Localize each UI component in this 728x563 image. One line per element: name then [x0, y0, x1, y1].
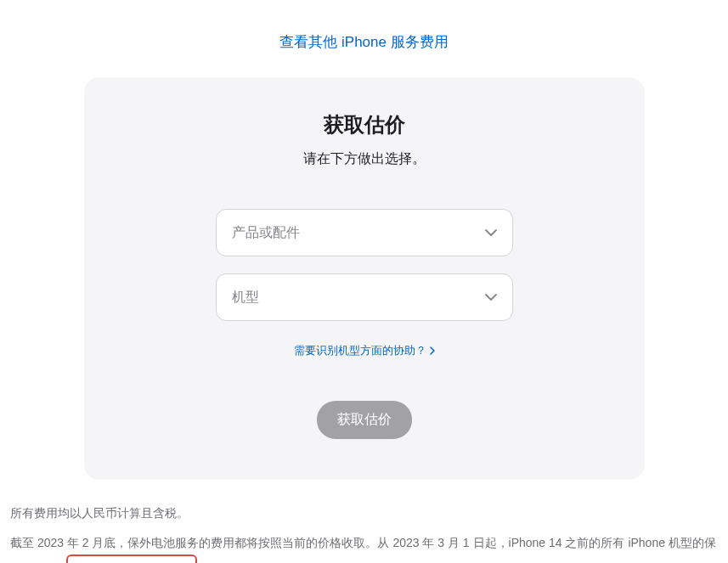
footer-text: 所有费用均以人民币计算且含税。 截至 2023 年 2 月底，保外电池服务的费用…: [0, 480, 728, 563]
model-select[interactable]: 机型: [216, 273, 513, 321]
card-title: 获取估价: [135, 111, 594, 138]
price-increase-highlight: 费用将增加 RMB 169。: [70, 556, 194, 563]
product-select-placeholder: 产品或配件: [232, 224, 300, 242]
model-select-placeholder: 机型: [232, 289, 259, 307]
product-select-wrapper: 产品或配件: [216, 209, 513, 256]
chevron-right-icon: [430, 346, 435, 355]
top-link-container: 查看其他 iPhone 服务费用: [0, 0, 728, 77]
estimate-card: 获取估价 请在下方做出选择。 产品或配件 机型 需要识别机型方面的协助？ 获取估…: [84, 77, 645, 480]
model-select-wrapper: 机型: [216, 273, 513, 321]
product-select[interactable]: 产品或配件: [216, 209, 513, 256]
submit-row: 获取估价: [135, 401, 594, 454]
chevron-down-icon: [485, 294, 497, 301]
identify-model-help-link[interactable]: 需要识别机型方面的协助？: [294, 343, 435, 358]
card-subtitle: 请在下方做出选择。: [135, 150, 594, 168]
other-service-fees-link[interactable]: 查看其他 iPhone 服务费用: [279, 34, 448, 50]
get-estimate-button[interactable]: 获取估价: [317, 401, 412, 439]
help-link-text: 需要识别机型方面的协助？: [294, 343, 426, 358]
footer-line-1: 所有费用均以人民币计算且含税。: [10, 500, 718, 526]
chevron-down-icon: [485, 229, 497, 236]
footer-line-2: 截至 2023 年 2 月底，保外电池服务的费用都将按照当前的价格收取。从 20…: [10, 530, 718, 563]
